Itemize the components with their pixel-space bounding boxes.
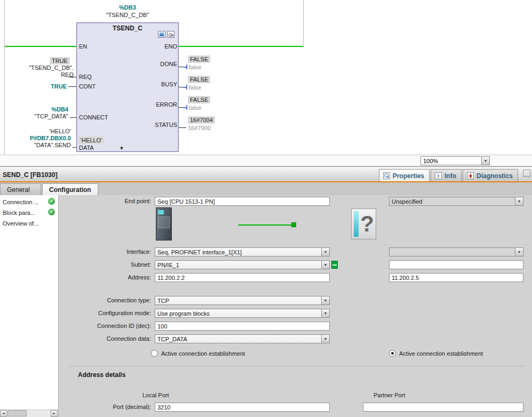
address-partner-field[interactable]: 11.200.2.5: [389, 273, 523, 282]
connection-data-select[interactable]: TCP_DATA ▼: [155, 334, 330, 343]
end-point-local-field[interactable]: Seq [CPU 1513-1 PN]: [155, 197, 330, 206]
instance-db-name[interactable]: "TSEND_C_DB": [76, 12, 179, 18]
pin-eno: ENO: [136, 43, 177, 50]
partner-port-field[interactable]: [363, 403, 523, 412]
active-establishment-partner-label: Active connection establishment: [399, 350, 483, 357]
subnet-local-select[interactable]: PN/IE_1 ▼: [155, 260, 330, 269]
properties-icon: [383, 172, 390, 179]
partner-unknown-device-image: ?: [351, 208, 376, 239]
diagnostics-icon: [467, 172, 474, 179]
chevron-down-icon[interactable]: ▼: [481, 157, 489, 165]
port-decimal-label: Port (decimal):: [64, 404, 151, 410]
pin-req: REQ: [79, 74, 92, 80]
chevron-down-icon[interactable]: ▼: [321, 335, 329, 343]
local-port-field[interactable]: 3210: [155, 403, 330, 412]
pin-connect: CONNECT: [79, 114, 108, 121]
busy-stub-wire: [179, 87, 184, 87]
done-monitor-value: FALSE: [188, 55, 210, 63]
interface-partner-select[interactable]: ▼: [389, 247, 523, 256]
connection-id-value: 100: [157, 323, 167, 330]
info-icon: i: [435, 172, 442, 179]
connect-db-number[interactable]: %DB4: [26, 106, 68, 113]
connection-endpoint-handle[interactable]: [291, 222, 296, 227]
scroll-left-icon[interactable]: ◄: [0, 410, 7, 417]
eno-wire: [179, 46, 303, 47]
chevron-down-icon[interactable]: ▼: [321, 248, 329, 256]
connection-type-select[interactable]: TCP ▼: [155, 296, 330, 305]
subnet-icon: [331, 261, 338, 269]
inspector-subtabs: General Configuration: [0, 182, 532, 195]
error-operand[interactable]: false: [189, 105, 201, 111]
end-point-local-value: Seq [CPU 1513-1 PN]: [157, 198, 215, 205]
subtab-general[interactable]: General: [0, 183, 41, 195]
subtab-configuration[interactable]: Configuration: [42, 183, 98, 195]
network-right-edge: [303, 0, 304, 47]
active-establishment-partner-radio[interactable]: [389, 350, 396, 357]
tab-diagnostics[interactable]: Diagnostics: [463, 169, 518, 181]
pin-done: DONE: [136, 61, 177, 67]
data-value[interactable]: 'HELLO': [28, 128, 71, 134]
cont-constant[interactable]: TRUE: [24, 83, 67, 90]
subnet-partner-field[interactable]: [389, 260, 523, 269]
active-establishment-local-radio[interactable]: [151, 350, 158, 357]
interface-local-select[interactable]: Seq, PROFINET interface_1[X1] ▼: [155, 247, 330, 256]
active-establishment-local-label: Active connection establishment: [161, 350, 245, 357]
end-point-partner-select[interactable]: Unspecified ▼: [389, 197, 523, 206]
nav-hscrollbar-thumb[interactable]: [7, 410, 27, 416]
chevron-down-icon[interactable]: ▼: [515, 248, 523, 256]
address-partner-value: 11.200.2.5: [392, 275, 419, 281]
chevron-down-icon[interactable]: ▼: [321, 309, 329, 317]
connect-stub-wire: [70, 117, 76, 118]
status-ok-icon: ✓: [48, 198, 55, 205]
tab-diagnostics-label: Diagnostics: [477, 172, 513, 180]
chevron-down-icon[interactable]: ▼: [321, 261, 329, 269]
connect-operand[interactable]: "TCP_DATA": [15, 113, 68, 119]
tab-info[interactable]: i Info: [431, 169, 462, 181]
busy-operand[interactable]: false: [189, 84, 201, 91]
configuration-mode-value: Use program blocks: [157, 310, 210, 317]
subnet-local-value: PN/IE_1: [157, 262, 179, 268]
connection-data-value: TCP_DATA: [157, 336, 187, 342]
tab-properties-label: Properties: [393, 172, 424, 180]
tsend-c-block[interactable]: TSEND_C EN REQ CONT CONNECT 'HELLO' DATA…: [76, 22, 179, 152]
nav-item-connection-parameters[interactable]: Connection ...: [0, 198, 47, 207]
req-operand-member[interactable]: REQ: [10, 71, 74, 78]
tab-properties[interactable]: Properties: [379, 169, 430, 181]
end-point-partner-value: Unspecified: [392, 198, 422, 205]
pin-cont: CONT: [79, 83, 96, 90]
section-divider: [68, 366, 525, 366]
connection-type-value: TCP: [157, 298, 169, 304]
nav-item-overview[interactable]: Overview of...: [0, 219, 47, 228]
instance-db-number[interactable]: %DB3: [76, 4, 179, 11]
connection-id-field[interactable]: 100: [155, 322, 330, 331]
address-local-field[interactable]: 11.200.2.2: [155, 273, 330, 282]
nav-item-block-parameters[interactable]: Block para...: [0, 208, 47, 218]
data-operand[interactable]: "DATA".SEND: [18, 142, 71, 148]
req-operand-db[interactable]: "TSEND_C_DB".: [10, 65, 74, 71]
block-snapshot-icon[interactable]: [158, 31, 165, 38]
chevron-down-icon[interactable]: ▼: [321, 296, 329, 304]
interface-label: Interface:: [64, 248, 151, 255]
tab-info-label: Info: [444, 172, 456, 180]
tia-portal-window: %DB3 "TSEND_C_DB" TSEND_C EN REQ CONT CO…: [0, 0, 532, 417]
done-operand[interactable]: false: [189, 64, 201, 70]
local-port-header: Local Port: [142, 392, 169, 398]
data-stub-wire: [73, 147, 76, 148]
chevron-down-icon[interactable]: ▼: [515, 197, 523, 205]
configuration-mode-select[interactable]: Use program blocks ▼: [155, 309, 330, 318]
ladder-network-editor[interactable]: %DB3 "TSEND_C_DB" TSEND_C EN REQ CONT CO…: [0, 0, 532, 155]
panel-collapse-icon[interactable]: [523, 170, 530, 177]
status-ok-icon: ✓: [48, 208, 55, 215]
error-monitor-value: FALSE: [188, 96, 210, 103]
zoom-level-select[interactable]: 100% ▼: [420, 156, 490, 165]
zoom-level-value: 100%: [423, 158, 438, 164]
scroll-right-icon[interactable]: ►: [51, 410, 58, 417]
done-negation-marker-icon: [184, 64, 187, 70]
req-stub-wire: [68, 77, 76, 77]
block-collapse-icon[interactable]: ▼: [117, 146, 126, 151]
status-operand[interactable]: 16#7000: [188, 125, 211, 131]
local-cpu-image: [156, 207, 172, 240]
pin-data: DATA: [79, 145, 94, 151]
data-pointer[interactable]: P#DB7.DBX0.0: [18, 135, 71, 141]
done-stub-wire: [179, 67, 184, 67]
